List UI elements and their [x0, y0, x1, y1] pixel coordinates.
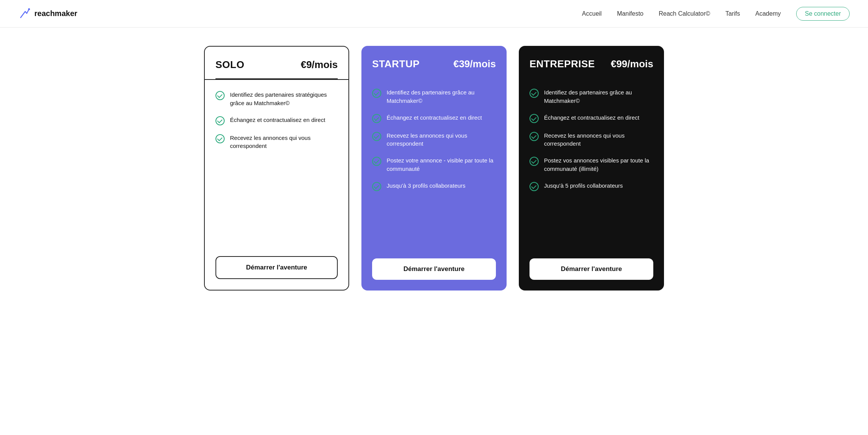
nav-academy[interactable]: Academy — [755, 10, 781, 17]
feature-item: Jusqu'à 3 profils collaborateurs — [372, 182, 496, 191]
svg-point-0 — [28, 8, 30, 10]
check-icon — [215, 116, 225, 125]
plan-card-solo: SOLO €9/mois Identifiez des partenaires … — [204, 46, 349, 291]
plan-card-entreprise: ENTREPRISE €99/mois Identifiez des parte… — [519, 46, 664, 291]
plan-name-solo: SOLO — [215, 59, 245, 71]
feature-text: Jusqu'à 3 profils collaborateurs — [387, 182, 465, 190]
feature-item: Identifiez des partenaires grâce au Matc… — [372, 88, 496, 105]
plan-header-solo: SOLO €9/mois — [215, 59, 338, 79]
connect-button[interactable]: Se connecter — [796, 7, 850, 21]
feature-text: Recevez les annonces qui vous correspond… — [544, 131, 653, 148]
plan-card-startup: STARTUP €39/mois Identifiez des partenai… — [361, 46, 507, 291]
check-icon — [372, 182, 381, 191]
nav-manifesto[interactable]: Manifesto — [617, 10, 643, 17]
features-list-solo: Identifiez des partenaires stratégiques … — [215, 80, 338, 245]
check-icon — [215, 134, 225, 143]
feature-item: Identifiez des partenaires grâce au Matc… — [530, 88, 653, 105]
feature-item: Postez votre annonce - visible par toute… — [372, 156, 496, 173]
feature-text: Recevez les annonces qui vous correspond… — [230, 134, 338, 151]
pricing-section: SOLO €9/mois Identifiez des partenaires … — [0, 28, 868, 309]
plan-header-entreprise: ENTREPRISE €99/mois — [530, 58, 653, 78]
logo-text: reachmaker — [34, 9, 77, 18]
plan-price-entreprise: €99/mois — [611, 58, 653, 70]
check-icon — [530, 182, 539, 191]
plan-header-startup: STARTUP €39/mois — [372, 58, 496, 78]
nav-reach-calculator[interactable]: Reach Calculator© — [659, 10, 710, 17]
check-icon — [215, 91, 225, 100]
feature-text: Postez votre annonce - visible par toute… — [387, 156, 496, 173]
feature-text: Échangez et contractualisez en direct — [387, 114, 482, 122]
logo-icon — [18, 8, 31, 20]
plan-price-solo: €9/mois — [301, 59, 338, 71]
feature-item: Recevez les annonces qui vous correspond… — [372, 131, 496, 148]
feature-item: Échangez et contractualisez en direct — [372, 114, 496, 123]
check-icon — [372, 89, 381, 98]
check-icon — [530, 114, 539, 123]
feature-text: Recevez les annonces qui vous correspond… — [387, 131, 496, 148]
feature-text: Échangez et contractualisez en direct — [230, 116, 325, 124]
feature-item: Postez vos annonces visibles par toute l… — [530, 156, 653, 173]
feature-text: Identifiez des partenaires grâce au Matc… — [387, 88, 496, 105]
feature-text: Identifiez des partenaires stratégiques … — [230, 91, 338, 107]
site-header: reachmaker Accueil Manifesto Reach Calcu… — [0, 0, 868, 28]
feature-text: Jusqu'à 5 profils collaborateurs — [544, 182, 623, 190]
check-icon — [530, 157, 539, 166]
cta-button-startup[interactable]: Démarrer l'aventure — [372, 258, 496, 280]
main-nav: Accueil Manifesto Reach Calculator© Tari… — [582, 7, 850, 21]
feature-item: Recevez les annonces qui vous correspond… — [530, 131, 653, 148]
plan-name-entreprise: ENTREPRISE — [530, 58, 595, 70]
plan-price-startup: €39/mois — [453, 58, 496, 70]
nav-accueil[interactable]: Accueil — [582, 10, 602, 17]
feature-item: Jusqu'à 5 profils collaborateurs — [530, 182, 653, 191]
feature-item: Échangez et contractualisez en direct — [215, 116, 338, 125]
feature-item: Identifiez des partenaires stratégiques … — [215, 91, 338, 107]
cta-button-solo[interactable]: Démarrer l'aventure — [215, 256, 338, 279]
feature-item: Échangez et contractualisez en direct — [530, 114, 653, 123]
logo: reachmaker — [18, 8, 77, 20]
features-list-entreprise: Identifiez des partenaires grâce au Matc… — [530, 78, 653, 248]
nav-tarifs[interactable]: Tarifs — [725, 10, 740, 17]
cta-button-entreprise[interactable]: Démarrer l'aventure — [530, 258, 653, 280]
plan-name-startup: STARTUP — [372, 58, 419, 70]
features-list-startup: Identifiez des partenaires grâce au Matc… — [372, 78, 496, 248]
check-icon — [530, 132, 539, 141]
feature-text: Identifiez des partenaires grâce au Matc… — [544, 88, 653, 105]
feature-item: Recevez les annonces qui vous correspond… — [215, 134, 338, 151]
check-icon — [372, 132, 381, 141]
check-icon — [372, 114, 381, 123]
check-icon — [530, 89, 539, 98]
check-icon — [372, 157, 381, 166]
feature-text: Échangez et contractualisez en direct — [544, 114, 639, 122]
feature-text: Postez vos annonces visibles par toute l… — [544, 156, 653, 173]
